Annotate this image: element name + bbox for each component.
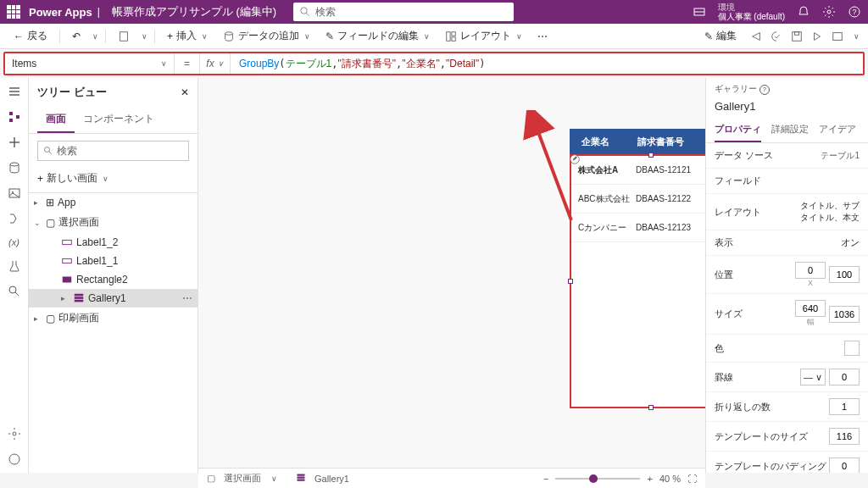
tree-item-label11[interactable]: Label1_1 xyxy=(29,252,198,270)
close-icon[interactable]: ✕ xyxy=(181,86,189,98)
publish-icon[interactable] xyxy=(832,30,843,42)
prop-border[interactable]: 罫線— ∨ xyxy=(706,363,868,392)
pos-x-input[interactable] xyxy=(795,262,826,279)
add-data-button[interactable]: データの追加∨ xyxy=(218,27,315,45)
bell-icon[interactable] xyxy=(797,5,810,19)
prop-template-padding[interactable]: テンプレートのパディング xyxy=(706,452,868,473)
zoom-in[interactable]: + xyxy=(647,474,652,484)
save-icon[interactable] xyxy=(791,30,803,42)
insert-icon[interactable] xyxy=(8,136,21,149)
tab-properties[interactable]: プロパティ xyxy=(715,118,761,142)
svg-rect-32 xyxy=(63,240,72,244)
chevron-down-icon[interactable]: ∨ xyxy=(142,32,147,41)
paste-button[interactable] xyxy=(113,29,135,44)
svg-rect-42 xyxy=(298,479,305,480)
tab-components[interactable]: コンポーネント xyxy=(75,107,163,133)
fx-button[interactable]: fx∨ xyxy=(200,53,231,74)
environment-icon[interactable] xyxy=(693,5,706,19)
prop-fields[interactable]: フィールド xyxy=(706,169,868,194)
prop-color[interactable]: 色 xyxy=(706,335,868,363)
gallery-row[interactable]: ABC株式会社DBAAS-12122› xyxy=(571,185,705,214)
settings-icon[interactable] xyxy=(8,427,21,441)
tab-screens[interactable]: 画面 xyxy=(37,107,75,133)
ask-icon[interactable] xyxy=(8,452,21,466)
svg-rect-40 xyxy=(298,474,305,475)
edit-button[interactable]: ✎ 編集 xyxy=(699,27,742,45)
prop-size: サイズ 幅 xyxy=(706,294,868,335)
svg-point-8 xyxy=(225,31,233,35)
svg-rect-9 xyxy=(447,31,450,41)
layout-button[interactable]: レイアウト∨ xyxy=(440,27,527,45)
svg-rect-19 xyxy=(9,119,13,122)
back-button[interactable]: ← 戻る xyxy=(8,27,53,45)
resize-handle[interactable] xyxy=(648,405,654,410)
tab-advanced[interactable]: 詳細設定 xyxy=(771,118,809,142)
left-rail: (x) xyxy=(0,78,29,473)
tree-item-rect2[interactable]: Rectangle2 xyxy=(29,270,198,289)
preview-icon[interactable] xyxy=(811,30,823,42)
status-screen[interactable]: 選択画面 xyxy=(224,472,261,485)
chevron-down-icon[interactable]: ∨ xyxy=(854,32,860,41)
height-input[interactable] xyxy=(829,306,860,323)
svg-rect-36 xyxy=(75,297,84,299)
prop-datasource[interactable]: データ ソーステーブル1 xyxy=(706,143,868,169)
tree-item-app[interactable]: ▸⊞App xyxy=(29,193,198,212)
help-icon[interactable]: ? xyxy=(848,5,861,19)
hamburger-icon[interactable] xyxy=(8,85,21,98)
svg-rect-11 xyxy=(452,36,455,40)
gallery-selection[interactable]: 株式会社ADBAAS-12121› ABC株式会社DBAAS-12122› Cカ… xyxy=(570,154,705,408)
gallery-row[interactable]: 株式会社ADBAAS-12121› xyxy=(571,156,705,185)
new-screen-button[interactable]: + 新しい画面∨ xyxy=(37,171,189,186)
gallery-row[interactable]: CカンパニーDBAAS-12123› xyxy=(571,214,705,242)
edit-fields-button[interactable]: ✎ フィールドの編集∨ xyxy=(320,27,435,45)
checker-icon[interactable] xyxy=(771,30,782,42)
media-icon[interactable] xyxy=(8,186,21,200)
share-icon[interactable] xyxy=(750,30,762,42)
width-input[interactable] xyxy=(795,300,826,317)
prop-layout[interactable]: レイアウトタイトル、サブタイトル、本文 xyxy=(706,194,868,230)
tests-icon[interactable] xyxy=(8,259,21,273)
svg-line-1 xyxy=(307,14,309,16)
more-button[interactable]: ⋯ xyxy=(532,29,553,44)
svg-rect-34 xyxy=(63,277,72,283)
environment-selector[interactable]: 環境 個人事業 (default) xyxy=(718,3,785,21)
prop-visible[interactable]: 表示オン xyxy=(706,230,868,256)
flows-icon[interactable] xyxy=(8,212,21,225)
tree-item-screen1[interactable]: ⌄▢選択画面 xyxy=(29,212,198,233)
svg-point-0 xyxy=(301,8,308,14)
waffle-icon[interactable] xyxy=(7,5,20,19)
zoom-slider[interactable] xyxy=(555,478,640,480)
svg-line-27 xyxy=(15,292,19,296)
status-gallery[interactable]: Gallery1 xyxy=(314,474,349,484)
property-selector[interactable]: Items∨ xyxy=(5,53,175,74)
tab-ideas[interactable]: アイデア xyxy=(819,118,856,142)
zoom-out[interactable]: − xyxy=(543,474,548,484)
properties-panel: ギャラリー ? Gallery1 プロパティ 詳細設定 アイデア データ ソース… xyxy=(705,78,868,473)
chevron-down-icon[interactable]: ∨ xyxy=(92,32,98,41)
tree-item-gallery1[interactable]: ▸Gallery1⋯ xyxy=(29,289,198,308)
undo-button[interactable]: ↶ xyxy=(67,29,86,44)
resize-handle[interactable] xyxy=(568,279,573,284)
svg-point-28 xyxy=(13,432,16,435)
tree-view-icon[interactable] xyxy=(8,110,21,124)
fit-icon[interactable]: ⛶ xyxy=(687,474,697,484)
resize-handle[interactable] xyxy=(648,152,654,158)
pos-y-input[interactable] xyxy=(829,266,860,283)
help-icon[interactable]: ? xyxy=(760,85,770,95)
prop-wrap[interactable]: 折り返しの数 xyxy=(706,392,868,422)
tree-search-input[interactable]: 検索 xyxy=(37,141,189,161)
search-rail-icon[interactable] xyxy=(8,285,21,298)
variables-icon[interactable]: (x) xyxy=(8,237,19,247)
gear-icon[interactable] xyxy=(822,5,836,19)
command-bar: ← 戻る ↶ ∨ ∨ + 挿入∨ データの追加∨ ✎ フィールドの編集∨ レイア… xyxy=(0,24,868,49)
formula-input[interactable]: GroupBy(テーブル1,"請求書番号","企業名","Detail") xyxy=(231,57,493,71)
data-icon[interactable] xyxy=(8,161,21,175)
tree-item-label12[interactable]: Label1_2 xyxy=(29,233,198,252)
prop-template-size[interactable]: テンプレートのサイズ xyxy=(706,422,868,452)
svg-point-30 xyxy=(45,147,50,152)
tree-item-screen2[interactable]: ▸▢印刷画面 xyxy=(29,308,198,329)
insert-button[interactable]: + 挿入∨ xyxy=(162,27,213,45)
search-input[interactable]: 検索 xyxy=(293,3,514,21)
canvas[interactable]: 企業名 請求書番号 株式会社ADBAAS-12121› ABC株式会社DBAAS… xyxy=(198,78,705,473)
svg-rect-35 xyxy=(75,294,84,297)
